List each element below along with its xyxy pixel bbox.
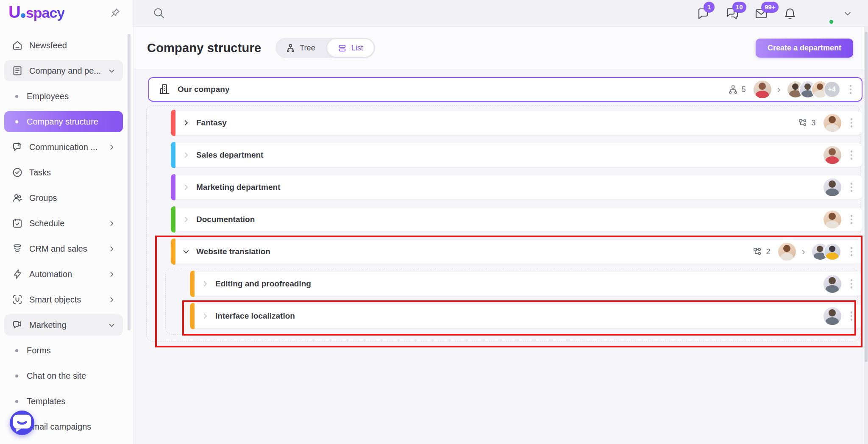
collapse-chevron-icon[interactable]: [182, 248, 190, 255]
subdepartments-count: 3: [798, 118, 815, 128]
row-menu-button[interactable]: [849, 180, 854, 194]
department-name: Fantasy: [196, 118, 227, 128]
page-scrollbar[interactable]: [864, 27, 868, 444]
row-marketing-department[interactable]: Marketing department: [171, 175, 862, 199]
sidebar-item-groups[interactable]: Groups: [4, 187, 123, 208]
bullet-icon: [15, 349, 18, 352]
chevron-right-icon: [108, 220, 115, 227]
user-avatar[interactable]: [812, 3, 834, 25]
user-menu[interactable]: [812, 3, 852, 25]
sidebar-nav: Newsfeed Company and pe... Employees Com…: [4, 35, 123, 441]
department-head-avatar[interactable]: [823, 307, 841, 325]
sidebar-header: Uspacy: [0, 0, 134, 27]
row-interface-localization[interactable]: Interface localization: [190, 304, 862, 328]
search-icon[interactable]: [153, 7, 165, 19]
members-count: 5: [728, 85, 746, 94]
pin-sidebar-icon[interactable]: [110, 7, 121, 18]
department-name: Documentation: [196, 215, 255, 224]
notifications-bell-icon[interactable]: [783, 7, 797, 20]
department-head-avatar[interactable]: [823, 211, 841, 228]
page-title: Company structure: [147, 41, 261, 55]
sidebar-item-label: Communication ...: [29, 142, 97, 152]
department-head-avatar[interactable]: [823, 146, 841, 164]
automation-lightning-icon: [12, 269, 23, 280]
chevron-down-icon: [108, 67, 115, 75]
sidebar-item-company-and-people[interactable]: Company and pe...: [4, 60, 123, 81]
department-head-avatar[interactable]: [823, 178, 841, 196]
sidebar-item-label: Marketing: [29, 320, 67, 330]
chat-bubble-icon: [10, 411, 34, 435]
row-menu-button[interactable]: [849, 244, 854, 259]
sidebar-item-marketing[interactable]: Marketing: [4, 314, 123, 336]
chevron-down-icon[interactable]: [843, 9, 852, 18]
sidebar-item-forms[interactable]: Forms: [4, 340, 123, 361]
subdepartments-count-value: 2: [766, 247, 770, 256]
subdepartments-count-value: 3: [811, 119, 815, 128]
expand-chevron-icon[interactable]: [182, 119, 190, 127]
mail-icon[interactable]: 99+: [754, 7, 768, 20]
chat-icon[interactable]: 1: [697, 7, 710, 20]
row-menu-button[interactable]: [848, 82, 854, 97]
row-editing-and-proofreading[interactable]: Editing and proofreading: [190, 272, 862, 296]
sidebar-item-crm-and-sales[interactable]: CRM and sales: [4, 238, 123, 259]
bullet-icon: [15, 120, 18, 123]
department-color-bar: [171, 174, 175, 200]
sidebar-item-chat-on-the-site[interactable]: Chat on the site: [4, 365, 123, 386]
row-documentation[interactable]: Documentation: [171, 208, 862, 231]
department-color-bar: [190, 271, 195, 297]
department-head-avatar[interactable]: [778, 243, 796, 261]
row-menu-button[interactable]: [849, 212, 854, 227]
sidebar-item-label: Employees: [27, 92, 69, 101]
page-scrollbar-thumb[interactable]: [865, 32, 868, 362]
support-chat-launcher[interactable]: [10, 411, 34, 435]
expand-chevron-icon[interactable]: [182, 151, 190, 159]
online-status-dot: [828, 19, 835, 25]
tab-list-view[interactable]: List: [327, 39, 374, 57]
sidebar-item-schedule[interactable]: Schedule: [4, 213, 123, 234]
subdepartments-count: 2: [753, 247, 770, 257]
bullet-icon: [15, 95, 18, 98]
page-header: Company structure Tree List Create a dep…: [134, 27, 868, 69]
row-sales-department[interactable]: Sales department: [171, 143, 862, 167]
row-our-company[interactable]: Our company 5 › +4: [148, 77, 862, 102]
expand-chevron-icon[interactable]: [182, 183, 190, 191]
sidebar-scrollbar[interactable]: [128, 34, 131, 330]
sidebar-item-tasks[interactable]: Tasks: [4, 162, 123, 183]
groups-icon: [12, 192, 23, 203]
members-count-value: 5: [741, 85, 746, 94]
tab-tree-view[interactable]: Tree: [275, 38, 326, 58]
expand-chevron-icon[interactable]: [201, 312, 209, 320]
sidebar-item-communications[interactable]: Communication ...: [4, 136, 123, 158]
bullet-icon: [15, 400, 18, 403]
members-avatar-group[interactable]: [811, 243, 841, 261]
department-name: Marketing department: [196, 183, 280, 192]
row-menu-button[interactable]: [849, 116, 854, 130]
sidebar-item-newsfeed[interactable]: Newsfeed: [4, 35, 123, 56]
team-chats-badge: 10: [732, 2, 746, 13]
sidebar-item-employees[interactable]: Employees: [4, 86, 123, 107]
topbar: 1 10 99+: [134, 0, 868, 27]
department-head-avatar[interactable]: [754, 80, 771, 98]
row-menu-button[interactable]: [849, 309, 854, 323]
department-head-avatar[interactable]: [823, 114, 841, 132]
marketing-icon: [12, 319, 23, 330]
sidebar-item-label: Company structure: [27, 117, 98, 127]
create-department-button[interactable]: Create a department: [756, 39, 853, 58]
members-avatar-group[interactable]: +4: [787, 80, 840, 98]
sidebar-item-templates[interactable]: Templates: [4, 391, 123, 412]
department-head-avatar[interactable]: [823, 275, 841, 293]
row-fantasy[interactable]: Fantasy 3: [171, 111, 862, 135]
expand-chevron-icon[interactable]: [182, 216, 190, 223]
expand-chevron-icon[interactable]: [201, 280, 209, 288]
department-name: Website translation: [196, 247, 270, 256]
row-menu-button[interactable]: [849, 277, 854, 291]
chevron-right-icon: [108, 144, 115, 151]
sidebar-item-automation[interactable]: Automation: [4, 264, 123, 285]
department-name: Editing and proofreading: [215, 279, 311, 289]
team-chats-icon[interactable]: 10: [726, 7, 739, 20]
row-menu-button[interactable]: [849, 148, 854, 162]
row-website-translation[interactable]: Website translation 2 ›: [171, 240, 862, 264]
sidebar-item-company-structure[interactable]: Company structure: [4, 111, 123, 132]
uspacy-logo[interactable]: Uspacy: [8, 3, 64, 25]
sidebar-item-smart-objects[interactable]: Smart objects: [4, 289, 123, 310]
